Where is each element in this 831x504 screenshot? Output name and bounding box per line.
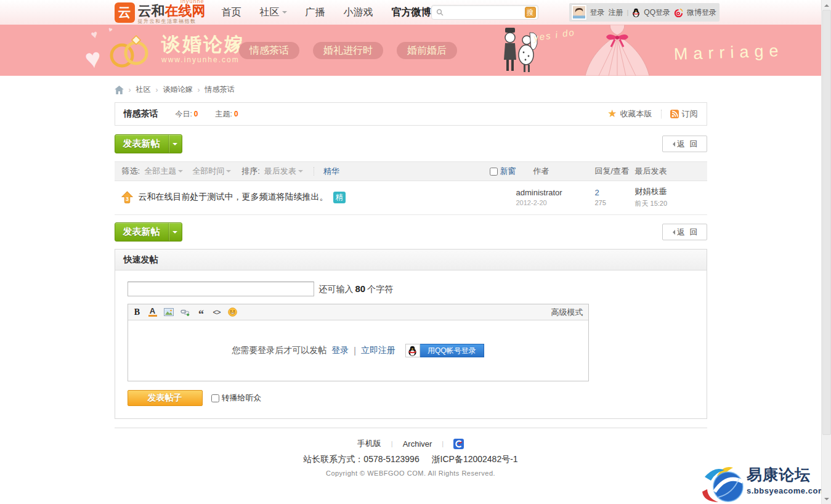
smiley-icon[interactable]: [228, 307, 237, 317]
forum-today-stat: 今日:0: [176, 109, 198, 120]
filter-time-value: 全部时间: [192, 166, 224, 177]
svg-text:3: 3: [126, 195, 129, 201]
link-icon[interactable]: [180, 308, 190, 317]
thread-row: 3 云和在线目前处于测试中，更多频道将陆续推出。 精 administrator…: [115, 181, 707, 215]
nav-item-label: 官方微博: [392, 6, 431, 19]
watermark-url: s.bbsyeacome.com: [747, 486, 825, 495]
thread-replies: 2: [595, 188, 635, 197]
scroll-down-button[interactable]: [822, 494, 831, 504]
today-label: 今日:: [176, 110, 192, 118]
font-color-icon[interactable]: A: [148, 307, 157, 317]
copyright: Copyright © WEBFGOO COM. All Rights Rese…: [115, 469, 707, 477]
scrollbar[interactable]: [821, 0, 831, 504]
arrow-up-icon: [824, 2, 829, 7]
filter-time-dropdown[interactable]: 全部时间: [192, 166, 231, 177]
heart-icon: ♥: [83, 42, 103, 75]
new-post-dropdown[interactable]: [168, 135, 182, 153]
banner-url: www.inyunhe.com: [161, 55, 245, 64]
qq-login-button[interactable]: 用QQ帐号登录: [405, 344, 484, 357]
back-button[interactable]: 返 回: [662, 136, 707, 152]
banner-tab-emotion[interactable]: 情感茶话: [239, 42, 299, 59]
breadcrumb: › 社区 › 谈婚论嫁 › 情感茶话: [115, 84, 707, 95]
banner-tabs: 情感茶话 婚礼进行时 婚前婚后: [239, 42, 457, 59]
new-window-label[interactable]: 新窗: [500, 166, 516, 177]
register-link[interactable]: 注册: [609, 7, 623, 18]
qq-login-link[interactable]: QQ登录: [644, 7, 670, 18]
editor-message-area: 您需要登录后才可以发帖 登录 | 立即注册 用QQ帐号登录: [128, 320, 588, 381]
column-replies-views: 回复/查看: [595, 166, 635, 177]
new-post-dropdown[interactable]: [168, 223, 182, 241]
nav-item-community[interactable]: 社区: [260, 6, 287, 19]
avatar[interactable]: [572, 5, 586, 20]
login-bar: 登录 注册 | QQ登录 微博登录: [569, 3, 720, 22]
qq-icon: [405, 344, 420, 357]
comsenz-icon[interactable]: [453, 439, 464, 449]
bold-icon[interactable]: B: [133, 307, 142, 317]
nav-item-games[interactable]: 小游戏: [344, 6, 373, 19]
weibo-icon: [674, 8, 683, 17]
login-link[interactable]: 登录: [590, 7, 605, 18]
breadcrumb-separator: ›: [198, 86, 200, 94]
favorite-forum-button[interactable]: ★ 收藏本版: [607, 108, 652, 120]
scroll-up-button[interactable]: [822, 0, 831, 10]
sort-value: 最后发表: [264, 166, 296, 177]
remaining-prefix: 还可输入: [319, 284, 354, 294]
arrow-left-icon: [670, 142, 675, 147]
logo-title: 云和在线网: [138, 5, 206, 17]
code-icon[interactable]: <>: [213, 308, 221, 317]
subscribe-button[interactable]: 订阅: [670, 108, 698, 120]
separator: |: [391, 440, 393, 447]
breadcrumb-item-community[interactable]: 社区: [136, 84, 151, 95]
nav-item-label: 小游戏: [344, 6, 373, 19]
filter-topic-value: 全部主题: [144, 166, 176, 177]
new-post-label: 发表新帖: [115, 223, 168, 241]
sort-dropdown[interactable]: 最后发表: [264, 166, 303, 177]
login-link[interactable]: 登录: [331, 345, 349, 356]
digest-badge[interactable]: 精: [333, 192, 346, 203]
breadcrumb-item-current[interactable]: 情感茶话: [205, 84, 235, 95]
thread-title-link[interactable]: 云和在线目前处于测试中，更多频道将陆续推出。: [139, 192, 328, 203]
breadcrumb-item-forumgroup[interactable]: 谈婚论嫁: [163, 84, 193, 95]
filter-topic-dropdown[interactable]: 全部主题: [144, 166, 183, 177]
broadcast-checkbox[interactable]: [211, 394, 219, 402]
back-button[interactable]: 返 回: [662, 224, 707, 240]
subject-input[interactable]: [128, 282, 314, 296]
filter-label: 筛选:: [122, 166, 140, 177]
contact-info: 站长联系方式：0578-5123996: [303, 454, 419, 464]
column-author: 作者: [533, 166, 595, 177]
mobile-version-link[interactable]: 手机版: [357, 438, 381, 449]
archiver-link[interactable]: Archiver: [403, 439, 432, 449]
separator: |: [627, 9, 629, 16]
scrollbar-thumb[interactable]: [822, 10, 831, 435]
weibo-login-link[interactable]: 微博登录: [687, 7, 716, 18]
site-logo[interactable]: 云 inyunhe 云和在线网 提升云和生活幸福指数: [115, 0, 206, 25]
search-input[interactable]: [444, 7, 525, 18]
icp-number[interactable]: 浙ICP备12002482号-1: [432, 454, 518, 464]
new-post-button[interactable]: 发表新帖: [115, 134, 182, 153]
submit-post-button[interactable]: 发表帖子: [128, 390, 203, 406]
thread-author-link[interactable]: administrator: [516, 188, 578, 197]
forum-header: 情感茶话 今日:0 主题:0 ★ 收藏本版 订阅: [115, 102, 707, 126]
nav-item-home[interactable]: 首页: [222, 6, 241, 19]
nav-item-weibo[interactable]: 官方微博: [392, 6, 431, 19]
new-post-button[interactable]: 发表新帖: [115, 222, 182, 242]
home-icon[interactable]: [115, 86, 124, 94]
banner-tab-wedding[interactable]: 婚礼进行时: [313, 42, 383, 59]
quick-post-header: 快速发帖: [115, 250, 707, 270]
thread-table-header: 筛选: 全部主题 全部时间 排序: 最后发表 精华 新窗 作者 回复/查看 最后…: [115, 161, 707, 181]
chevron-down-icon: [226, 170, 231, 175]
search-button[interactable]: 搜: [525, 7, 536, 18]
new-window-checkbox[interactable]: [490, 168, 498, 176]
digest-link[interactable]: 精华: [323, 166, 339, 177]
thread-lastposter-link[interactable]: 财娟枝垂: [635, 186, 707, 197]
banner-tab-before-after[interactable]: 婚前婚后: [397, 42, 457, 59]
divider: [314, 167, 314, 176]
image-icon[interactable]: [164, 308, 174, 316]
nav-item-broadcast[interactable]: 广播: [306, 6, 325, 19]
advanced-mode-link[interactable]: 高级模式: [551, 307, 583, 318]
quote-icon[interactable]: “: [197, 311, 206, 317]
register-now-link[interactable]: 立即注册: [361, 345, 395, 356]
separator: |: [442, 440, 444, 447]
thread-lasttime: 前天 15:20: [635, 199, 707, 208]
arrow-left-icon: [670, 230, 675, 235]
